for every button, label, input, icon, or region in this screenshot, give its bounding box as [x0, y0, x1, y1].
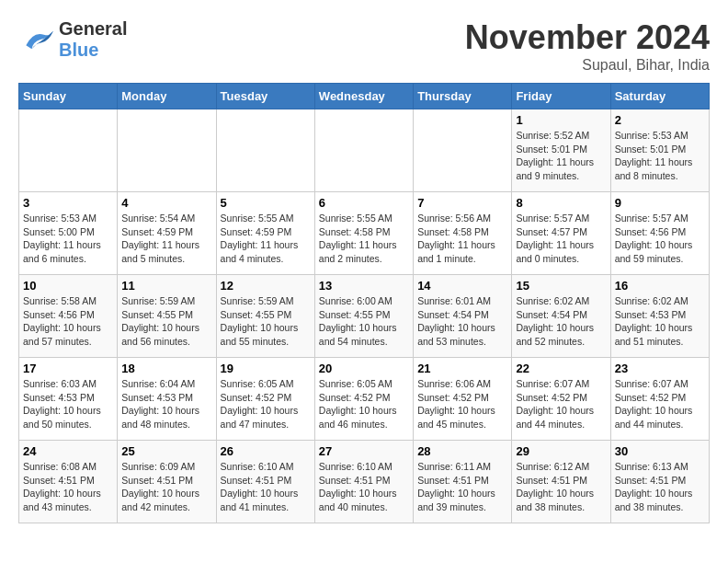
month-title: November 2024: [465, 18, 710, 57]
day-number: 16: [615, 279, 705, 293]
weekday-header-wednesday: Wednesday: [314, 84, 413, 109]
calendar-cell: 21Sunrise: 6:06 AM Sunset: 4:52 PM Dayli…: [414, 358, 512, 441]
week-row-1: 1Sunrise: 5:52 AM Sunset: 5:01 PM Daylig…: [19, 109, 710, 192]
location-subtitle: Supaul, Bihar, India: [465, 57, 710, 74]
calendar-cell: 26Sunrise: 6:10 AM Sunset: 4:51 PM Dayli…: [216, 441, 314, 523]
calendar-cell: 1Sunrise: 5:52 AM Sunset: 5:01 PM Daylig…: [512, 109, 610, 192]
day-number: 15: [516, 279, 606, 293]
day-number: 7: [417, 196, 507, 210]
calendar-cell: 28Sunrise: 6:11 AM Sunset: 4:51 PM Dayli…: [414, 441, 512, 523]
title-block: November 2024 Supaul, Bihar, India: [465, 18, 710, 74]
week-row-2: 3Sunrise: 5:53 AM Sunset: 5:00 PM Daylig…: [19, 192, 710, 275]
day-number: 8: [516, 196, 606, 210]
day-info: Sunrise: 5:52 AM Sunset: 5:01 PM Dayligh…: [516, 129, 606, 183]
calendar-cell: [118, 109, 216, 192]
calendar-cell: [216, 109, 314, 192]
day-number: 22: [516, 362, 606, 375]
day-number: 5: [221, 196, 311, 210]
day-info: Sunrise: 6:04 AM Sunset: 4:53 PM Dayligh…: [121, 377, 211, 431]
day-number: 27: [319, 444, 409, 458]
day-info: Sunrise: 5:59 AM Sunset: 4:55 PM Dayligh…: [221, 294, 311, 349]
weekday-header-row: SundayMondayTuesdayWednesdayThursdayFrid…: [19, 84, 710, 109]
day-info: Sunrise: 6:07 AM Sunset: 4:52 PM Dayligh…: [516, 377, 606, 431]
day-number: 12: [221, 279, 311, 293]
day-info: Sunrise: 6:06 AM Sunset: 4:52 PM Dayligh…: [417, 377, 507, 431]
calendar-cell: 3Sunrise: 5:53 AM Sunset: 5:00 PM Daylig…: [19, 192, 118, 275]
calendar-cell: 10Sunrise: 5:58 AM Sunset: 4:56 PM Dayli…: [19, 275, 118, 358]
calendar-cell: 5Sunrise: 5:55 AM Sunset: 4:59 PM Daylig…: [216, 192, 314, 275]
calendar-table: SundayMondayTuesdayWednesdayThursdayFrid…: [18, 83, 710, 523]
weekday-header-sunday: Sunday: [19, 84, 118, 109]
week-row-4: 17Sunrise: 6:03 AM Sunset: 4:53 PM Dayli…: [19, 358, 710, 441]
day-info: Sunrise: 6:13 AM Sunset: 4:51 PM Dayligh…: [615, 460, 705, 514]
calendar-cell: 13Sunrise: 6:00 AM Sunset: 4:55 PM Dayli…: [314, 275, 413, 358]
calendar-cell: 4Sunrise: 5:54 AM Sunset: 4:59 PM Daylig…: [118, 192, 216, 275]
day-info: Sunrise: 5:54 AM Sunset: 4:59 PM Dayligh…: [121, 212, 211, 266]
day-info: Sunrise: 5:55 AM Sunset: 4:58 PM Dayligh…: [319, 212, 409, 266]
day-number: 6: [319, 196, 409, 210]
calendar-cell: 20Sunrise: 6:05 AM Sunset: 4:52 PM Dayli…: [314, 358, 413, 441]
calendar-cell: 27Sunrise: 6:10 AM Sunset: 4:51 PM Dayli…: [314, 441, 413, 523]
calendar-cell: 8Sunrise: 5:57 AM Sunset: 4:57 PM Daylig…: [512, 192, 610, 275]
day-info: Sunrise: 5:53 AM Sunset: 5:01 PM Dayligh…: [615, 129, 705, 183]
day-info: Sunrise: 6:02 AM Sunset: 4:54 PM Dayligh…: [516, 294, 606, 349]
day-info: Sunrise: 6:11 AM Sunset: 4:51 PM Dayligh…: [417, 460, 507, 514]
calendar-cell: 15Sunrise: 6:02 AM Sunset: 4:54 PM Dayli…: [512, 275, 610, 358]
day-number: 24: [23, 444, 113, 458]
day-number: 14: [417, 279, 507, 293]
day-number: 4: [121, 196, 211, 210]
day-info: Sunrise: 5:53 AM Sunset: 5:00 PM Dayligh…: [23, 212, 113, 266]
logo-icon: [18, 24, 55, 56]
day-info: Sunrise: 6:09 AM Sunset: 4:51 PM Dayligh…: [121, 460, 211, 514]
day-info: Sunrise: 6:10 AM Sunset: 4:51 PM Dayligh…: [221, 460, 311, 514]
day-number: 13: [319, 279, 409, 293]
day-info: Sunrise: 5:57 AM Sunset: 4:57 PM Dayligh…: [516, 212, 606, 266]
day-number: 26: [221, 444, 311, 458]
day-info: Sunrise: 5:56 AM Sunset: 4:58 PM Dayligh…: [417, 212, 507, 266]
calendar-cell: 19Sunrise: 6:05 AM Sunset: 4:52 PM Dayli…: [216, 358, 314, 441]
day-number: 30: [615, 444, 705, 458]
day-number: 18: [121, 362, 211, 375]
week-row-3: 10Sunrise: 5:58 AM Sunset: 4:56 PM Dayli…: [19, 275, 710, 358]
calendar-cell: 29Sunrise: 6:12 AM Sunset: 4:51 PM Dayli…: [512, 441, 610, 523]
day-info: Sunrise: 5:59 AM Sunset: 4:55 PM Dayligh…: [121, 294, 211, 349]
page-header: General Blue November 2024 Supaul, Bihar…: [18, 18, 710, 74]
day-info: Sunrise: 6:02 AM Sunset: 4:53 PM Dayligh…: [615, 294, 705, 349]
logo-text: General Blue: [59, 18, 127, 61]
day-number: 19: [221, 362, 311, 375]
day-info: Sunrise: 6:01 AM Sunset: 4:54 PM Dayligh…: [417, 294, 507, 349]
calendar-cell: [414, 109, 512, 192]
day-number: 29: [516, 444, 606, 458]
day-info: Sunrise: 6:10 AM Sunset: 4:51 PM Dayligh…: [319, 460, 409, 514]
day-info: Sunrise: 5:57 AM Sunset: 4:56 PM Dayligh…: [615, 212, 705, 266]
calendar-cell: 17Sunrise: 6:03 AM Sunset: 4:53 PM Dayli…: [19, 358, 118, 441]
calendar-cell: 16Sunrise: 6:02 AM Sunset: 4:53 PM Dayli…: [610, 275, 709, 358]
calendar-cell: 2Sunrise: 5:53 AM Sunset: 5:01 PM Daylig…: [610, 109, 709, 192]
day-info: Sunrise: 5:58 AM Sunset: 4:56 PM Dayligh…: [23, 294, 113, 349]
day-info: Sunrise: 6:05 AM Sunset: 4:52 PM Dayligh…: [319, 377, 409, 431]
day-info: Sunrise: 6:12 AM Sunset: 4:51 PM Dayligh…: [516, 460, 606, 514]
calendar-cell: 18Sunrise: 6:04 AM Sunset: 4:53 PM Dayli…: [118, 358, 216, 441]
calendar-cell: 22Sunrise: 6:07 AM Sunset: 4:52 PM Dayli…: [512, 358, 610, 441]
weekday-header-tuesday: Tuesday: [216, 84, 314, 109]
calendar-cell: 7Sunrise: 5:56 AM Sunset: 4:58 PM Daylig…: [414, 192, 512, 275]
day-info: Sunrise: 5:55 AM Sunset: 4:59 PM Dayligh…: [221, 212, 311, 266]
calendar-cell: 25Sunrise: 6:09 AM Sunset: 4:51 PM Dayli…: [118, 441, 216, 523]
day-number: 20: [319, 362, 409, 375]
day-info: Sunrise: 6:08 AM Sunset: 4:51 PM Dayligh…: [23, 460, 113, 514]
day-number: 1: [516, 113, 606, 127]
calendar-cell: 24Sunrise: 6:08 AM Sunset: 4:51 PM Dayli…: [19, 441, 118, 523]
day-number: 10: [23, 279, 113, 293]
calendar-cell: 6Sunrise: 5:55 AM Sunset: 4:58 PM Daylig…: [314, 192, 413, 275]
day-info: Sunrise: 6:07 AM Sunset: 4:52 PM Dayligh…: [615, 377, 705, 431]
calendar-cell: 30Sunrise: 6:13 AM Sunset: 4:51 PM Dayli…: [610, 441, 709, 523]
calendar-cell: 14Sunrise: 6:01 AM Sunset: 4:54 PM Dayli…: [414, 275, 512, 358]
day-number: 28: [417, 444, 507, 458]
weekday-header-thursday: Thursday: [414, 84, 512, 109]
day-info: Sunrise: 6:00 AM Sunset: 4:55 PM Dayligh…: [319, 294, 409, 349]
day-number: 2: [615, 113, 705, 127]
calendar-cell: [19, 109, 118, 192]
week-row-5: 24Sunrise: 6:08 AM Sunset: 4:51 PM Dayli…: [19, 441, 710, 523]
calendar-cell: 9Sunrise: 5:57 AM Sunset: 4:56 PM Daylig…: [610, 192, 709, 275]
weekday-header-saturday: Saturday: [610, 84, 709, 109]
